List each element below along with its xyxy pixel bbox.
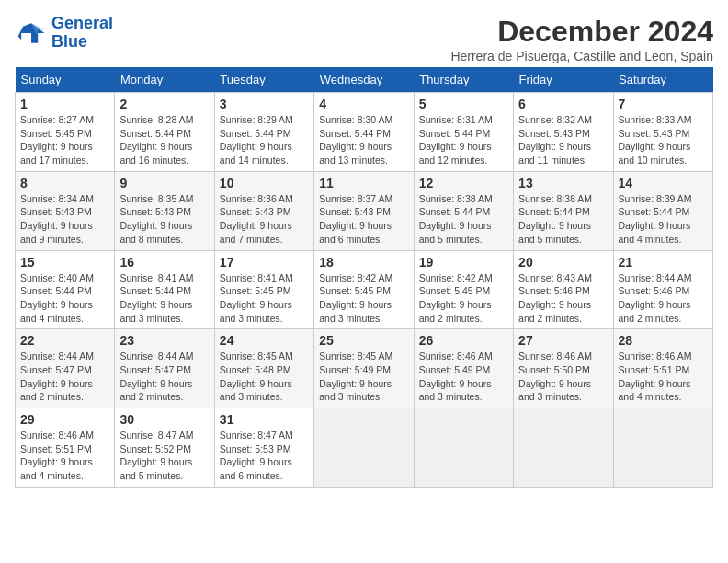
cell-date-number: 15 — [20, 255, 109, 270]
calendar-cell: 20Sunrise: 8:43 AMSunset: 5:46 PMDayligh… — [514, 250, 613, 329]
day-header-wednesday: Wednesday — [314, 67, 414, 93]
day-header-monday: Monday — [115, 67, 214, 93]
cell-sun-info: Sunrise: 8:42 AMSunset: 5:45 PMDaylight:… — [319, 271, 408, 326]
calendar-cell — [314, 408, 414, 488]
calendar-cell: 15Sunrise: 8:40 AMSunset: 5:44 PMDayligh… — [16, 250, 115, 329]
calendar-cell — [414, 408, 513, 488]
calendar-cell: 26Sunrise: 8:46 AMSunset: 5:49 PMDayligh… — [414, 329, 513, 408]
calendar-cell: 22Sunrise: 8:44 AMSunset: 5:47 PMDayligh… — [16, 329, 115, 408]
calendar-cell: 9Sunrise: 8:35 AMSunset: 5:43 PMDaylight… — [115, 171, 214, 250]
calendar-cell: 28Sunrise: 8:46 AMSunset: 5:51 PMDayligh… — [613, 329, 712, 408]
cell-sun-info: Sunrise: 8:46 AMSunset: 5:49 PMDaylight:… — [419, 350, 508, 404]
calendar-cell — [613, 408, 712, 488]
cell-date-number: 24 — [220, 333, 309, 348]
cell-sun-info: Sunrise: 8:47 AMSunset: 5:53 PMDaylight:… — [220, 429, 309, 483]
cell-sun-info: Sunrise: 8:42 AMSunset: 5:45 PMDaylight:… — [419, 271, 508, 326]
calendar-week-row: 1Sunrise: 8:27 AMSunset: 5:45 PMDaylight… — [16, 93, 713, 172]
page-header: General Blue December 2024 Herrera de Pi… — [15, 15, 713, 63]
title-block: December 2024 Herrera de Pisuerga, Casti… — [450, 15, 713, 63]
cell-sun-info: Sunrise: 8:39 AMSunset: 5:44 PMDaylight:… — [619, 192, 708, 247]
calendar-cell: 24Sunrise: 8:45 AMSunset: 5:48 PMDayligh… — [214, 329, 313, 408]
calendar-cell: 2Sunrise: 8:28 AMSunset: 5:44 PMDaylight… — [115, 93, 214, 172]
cell-date-number: 19 — [419, 255, 508, 270]
calendar-week-row: 29Sunrise: 8:46 AMSunset: 5:51 PMDayligh… — [16, 408, 713, 488]
calendar-cell: 18Sunrise: 8:42 AMSunset: 5:45 PMDayligh… — [314, 250, 414, 329]
cell-sun-info: Sunrise: 8:44 AMSunset: 5:47 PMDaylight:… — [20, 350, 109, 404]
location: Herrera de Pisuerga, Castille and Leon, … — [450, 49, 713, 63]
cell-date-number: 12 — [419, 176, 508, 190]
cell-sun-info: Sunrise: 8:47 AMSunset: 5:52 PMDaylight:… — [119, 429, 209, 483]
cell-date-number: 27 — [518, 333, 608, 348]
calendar-table: SundayMondayTuesdayWednesdayThursdayFrid… — [15, 67, 713, 488]
calendar-cell: 11Sunrise: 8:37 AMSunset: 5:43 PMDayligh… — [314, 171, 414, 250]
cell-date-number: 9 — [119, 176, 209, 190]
cell-sun-info: Sunrise: 8:34 AMSunset: 5:43 PMDaylight:… — [20, 192, 109, 247]
cell-sun-info: Sunrise: 8:36 AMSunset: 5:43 PMDaylight:… — [220, 192, 309, 247]
calendar-cell: 17Sunrise: 8:41 AMSunset: 5:45 PMDayligh… — [214, 250, 313, 329]
cell-sun-info: Sunrise: 8:33 AMSunset: 5:43 PMDaylight:… — [619, 113, 708, 167]
cell-sun-info: Sunrise: 8:32 AMSunset: 5:43 PMDaylight:… — [518, 113, 608, 167]
cell-sun-info: Sunrise: 8:46 AMSunset: 5:51 PMDaylight:… — [619, 350, 708, 404]
logo-text: General Blue — [51, 15, 113, 52]
cell-date-number: 29 — [20, 412, 109, 427]
calendar-cell: 4Sunrise: 8:30 AMSunset: 5:44 PMDaylight… — [314, 93, 414, 172]
cell-date-number: 11 — [319, 176, 408, 190]
month-title: December 2024 — [450, 15, 713, 49]
calendar-cell: 12Sunrise: 8:38 AMSunset: 5:44 PMDayligh… — [414, 171, 513, 250]
cell-date-number: 16 — [119, 255, 209, 270]
calendar-cell: 5Sunrise: 8:31 AMSunset: 5:44 PMDaylight… — [414, 93, 513, 172]
cell-date-number: 30 — [119, 412, 209, 427]
day-header-sunday: Sunday — [16, 67, 115, 93]
calendar-cell: 25Sunrise: 8:45 AMSunset: 5:49 PMDayligh… — [314, 329, 414, 408]
calendar-cell: 10Sunrise: 8:36 AMSunset: 5:43 PMDayligh… — [214, 171, 313, 250]
cell-sun-info: Sunrise: 8:37 AMSunset: 5:43 PMDaylight:… — [319, 192, 408, 247]
calendar-cell: 14Sunrise: 8:39 AMSunset: 5:44 PMDayligh… — [613, 171, 712, 250]
cell-date-number: 6 — [518, 97, 608, 111]
calendar-cell: 29Sunrise: 8:46 AMSunset: 5:51 PMDayligh… — [16, 408, 115, 488]
cell-date-number: 22 — [20, 333, 109, 348]
cell-date-number: 1 — [20, 97, 109, 111]
cell-sun-info: Sunrise: 8:38 AMSunset: 5:44 PMDaylight:… — [518, 192, 608, 247]
cell-date-number: 8 — [20, 176, 109, 190]
cell-date-number: 14 — [619, 176, 708, 190]
calendar-cell: 30Sunrise: 8:47 AMSunset: 5:52 PMDayligh… — [115, 408, 214, 488]
calendar-week-row: 15Sunrise: 8:40 AMSunset: 5:44 PMDayligh… — [16, 250, 713, 329]
cell-sun-info: Sunrise: 8:45 AMSunset: 5:49 PMDaylight:… — [319, 350, 408, 404]
calendar-cell: 3Sunrise: 8:29 AMSunset: 5:44 PMDaylight… — [214, 93, 313, 172]
cell-sun-info: Sunrise: 8:31 AMSunset: 5:44 PMDaylight:… — [419, 113, 508, 167]
cell-sun-info: Sunrise: 8:29 AMSunset: 5:44 PMDaylight:… — [220, 113, 309, 167]
cell-date-number: 4 — [319, 97, 408, 111]
cell-date-number: 25 — [319, 333, 408, 348]
cell-date-number: 21 — [619, 255, 708, 270]
cell-sun-info: Sunrise: 8:27 AMSunset: 5:45 PMDaylight:… — [20, 113, 109, 167]
cell-sun-info: Sunrise: 8:30 AMSunset: 5:44 PMDaylight:… — [319, 113, 408, 167]
cell-date-number: 10 — [220, 176, 309, 190]
calendar-week-row: 22Sunrise: 8:44 AMSunset: 5:47 PMDayligh… — [16, 329, 713, 408]
calendar-cell: 23Sunrise: 8:44 AMSunset: 5:47 PMDayligh… — [115, 329, 214, 408]
cell-date-number: 17 — [220, 255, 309, 270]
cell-date-number: 23 — [119, 333, 209, 348]
calendar-cell: 27Sunrise: 8:46 AMSunset: 5:50 PMDayligh… — [514, 329, 613, 408]
cell-sun-info: Sunrise: 8:44 AMSunset: 5:46 PMDaylight:… — [619, 271, 708, 326]
cell-date-number: 7 — [619, 97, 708, 111]
calendar-cell: 13Sunrise: 8:38 AMSunset: 5:44 PMDayligh… — [514, 171, 613, 250]
cell-sun-info: Sunrise: 8:44 AMSunset: 5:47 PMDaylight:… — [119, 350, 209, 404]
cell-sun-info: Sunrise: 8:35 AMSunset: 5:43 PMDaylight:… — [119, 192, 209, 247]
cell-date-number: 26 — [419, 333, 508, 348]
cell-date-number: 20 — [518, 255, 608, 270]
cell-date-number: 31 — [220, 412, 309, 427]
calendar-cell: 16Sunrise: 8:41 AMSunset: 5:44 PMDayligh… — [115, 250, 214, 329]
cell-sun-info: Sunrise: 8:41 AMSunset: 5:44 PMDaylight:… — [119, 271, 209, 326]
calendar-cell: 21Sunrise: 8:44 AMSunset: 5:46 PMDayligh… — [613, 250, 712, 329]
cell-sun-info: Sunrise: 8:41 AMSunset: 5:45 PMDaylight:… — [220, 271, 309, 326]
cell-sun-info: Sunrise: 8:43 AMSunset: 5:46 PMDaylight:… — [518, 271, 608, 326]
calendar-cell: 8Sunrise: 8:34 AMSunset: 5:43 PMDaylight… — [16, 171, 115, 250]
cell-date-number: 2 — [119, 97, 209, 111]
cell-sun-info: Sunrise: 8:46 AMSunset: 5:50 PMDaylight:… — [518, 350, 608, 404]
cell-sun-info: Sunrise: 8:28 AMSunset: 5:44 PMDaylight:… — [119, 113, 209, 167]
cell-sun-info: Sunrise: 8:40 AMSunset: 5:44 PMDaylight:… — [20, 271, 109, 326]
cell-date-number: 3 — [220, 97, 309, 111]
cell-date-number: 18 — [319, 255, 408, 270]
calendar-cell: 6Sunrise: 8:32 AMSunset: 5:43 PMDaylight… — [514, 93, 613, 172]
logo: General Blue — [15, 15, 113, 52]
